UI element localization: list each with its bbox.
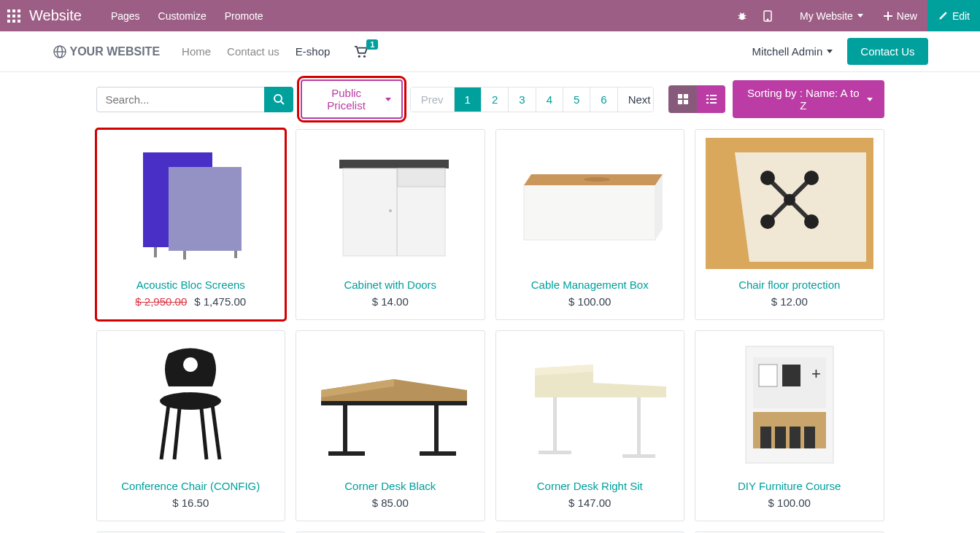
product-image: +	[700, 335, 879, 474]
pager-page-1[interactable]: 1	[455, 87, 482, 112]
product-image	[301, 335, 480, 474]
view-grid-button[interactable]	[668, 85, 697, 113]
pager-prev[interactable]: Prev	[411, 87, 455, 112]
navbar: YOUR WEBSITE Home Contact us E-shop 1 Mi…	[0, 31, 980, 72]
new-button[interactable]: New	[873, 10, 927, 22]
svg-line-14	[740, 12, 741, 14]
svg-rect-36	[710, 102, 717, 104]
svg-point-57	[760, 214, 775, 229]
product-image	[501, 134, 680, 273]
product-title[interactable]: Chair floor protection	[738, 279, 840, 291]
svg-rect-71	[328, 451, 365, 456]
svg-point-58	[804, 214, 819, 229]
product-title[interactable]: Corner Desk Black	[344, 480, 436, 492]
svg-point-60	[183, 357, 198, 372]
search-input[interactable]	[96, 87, 264, 112]
svg-marker-52	[735, 152, 866, 262]
topbar-link-promote[interactable]: Promote	[225, 10, 263, 22]
product-title[interactable]: Conference Chair (CONFIG)	[121, 480, 260, 492]
product-card[interactable]: Cabinet with Doors $ 14.00	[296, 129, 485, 320]
pagination: Prev 1 2 3 4 5 6 Next	[410, 87, 655, 112]
pager-page-3[interactable]: 3	[509, 87, 536, 112]
cart-count-badge: 1	[366, 39, 378, 50]
topbar-link-pages[interactable]: Pages	[111, 10, 140, 22]
svg-rect-3	[7, 15, 10, 17]
svg-line-64	[174, 408, 180, 459]
search-icon	[273, 93, 285, 105]
svg-rect-35	[706, 102, 709, 104]
cart-button[interactable]: 1	[353, 45, 369, 58]
my-website-dropdown[interactable]: My Website	[790, 10, 873, 22]
svg-rect-82	[782, 365, 800, 386]
user-name: Mitchell Admin	[752, 45, 823, 58]
svg-rect-28	[684, 94, 688, 98]
product-card[interactable]: Conference Chair (CONFIG) $ 16.50	[96, 330, 286, 521]
product-card[interactable]: Cable Management Box $ 100.00	[495, 129, 685, 320]
edit-label: Edit	[952, 10, 970, 22]
pager-next[interactable]: Next	[618, 87, 655, 112]
svg-rect-40	[234, 251, 237, 258]
pager-page-6[interactable]: 6	[590, 87, 617, 112]
topbar-link-customize[interactable]: Customize	[158, 10, 207, 22]
product-card[interactable]: Corner Desk Right Sit $ 147.00	[495, 330, 685, 521]
contact-us-button[interactable]: Contact Us	[847, 38, 927, 65]
product-price: $ 16.50	[172, 497, 209, 509]
svg-rect-31	[706, 95, 709, 96]
pencil-icon	[938, 11, 948, 21]
brand-title[interactable]: Website	[29, 7, 82, 24]
view-list-button[interactable]	[697, 85, 725, 113]
product-title[interactable]: Cabinet with Doors	[344, 279, 436, 291]
pager-page-4[interactable]: 4	[536, 87, 563, 112]
svg-rect-86	[775, 427, 786, 448]
svg-line-63	[212, 405, 220, 459]
product-image	[101, 335, 281, 474]
product-card[interactable]: Acoustic Bloc Screens $ 2,950.00 $ 1,475…	[96, 129, 286, 320]
product-image	[301, 134, 480, 273]
svg-line-10	[738, 15, 741, 16]
nav-link-eshop[interactable]: E-shop	[296, 45, 331, 58]
search-button[interactable]	[264, 87, 293, 112]
svg-rect-5	[18, 15, 20, 17]
svg-line-62	[161, 405, 169, 459]
svg-rect-19	[884, 15, 892, 17]
svg-line-11	[744, 15, 746, 16]
site-logo[interactable]: YOUR WEBSITE	[53, 44, 161, 59]
product-title[interactable]: Acoustic Bloc Screens	[136, 279, 245, 291]
price-row: $ 147.00	[568, 497, 611, 509]
pager-page-5[interactable]: 5	[563, 87, 590, 112]
svg-point-17	[767, 19, 768, 20]
svg-rect-47	[524, 185, 655, 240]
product-price: $ 14.00	[372, 295, 409, 308]
sort-dropdown[interactable]: Sorting by : Name: A to Z	[733, 80, 884, 118]
product-card[interactable]: Chair floor protection $ 12.00	[695, 129, 884, 320]
pager-page-2[interactable]: 2	[482, 87, 509, 112]
pricelist-dropdown[interactable]: Public Pricelist	[301, 79, 403, 119]
svg-rect-69	[343, 405, 347, 453]
svg-line-12	[738, 17, 741, 18]
svg-point-46	[389, 209, 392, 212]
mobile-icon[interactable]	[763, 10, 790, 22]
product-card[interactable]: Corner Desk Black $ 85.00	[296, 330, 485, 521]
bug-icon[interactable]	[737, 11, 763, 21]
new-label: New	[897, 10, 917, 22]
product-price: $ 1,475.00	[194, 295, 246, 308]
product-title[interactable]: Cable Management Box	[531, 279, 649, 291]
svg-point-23	[358, 55, 360, 57]
product-title[interactable]: DIY Furniture Course	[738, 480, 841, 492]
svg-rect-81	[759, 365, 777, 386]
grid-icon	[677, 93, 689, 105]
user-dropdown[interactable]: Mitchell Admin	[752, 45, 833, 58]
nav-link-home[interactable]: Home	[182, 45, 211, 58]
product-price: $ 12.00	[771, 295, 808, 308]
svg-rect-7	[12, 20, 15, 23]
product-image	[501, 335, 680, 474]
edit-button[interactable]: Edit	[927, 0, 980, 31]
svg-line-15	[744, 12, 744, 14]
product-card[interactable]: + DIY Furniture Course $ 100.00	[695, 330, 884, 521]
nav-link-contact[interactable]: Contact us	[227, 45, 279, 58]
svg-point-25	[274, 95, 282, 102]
product-title[interactable]: Corner Desk Right Sit	[537, 480, 643, 492]
svg-text:+: +	[811, 365, 821, 383]
apps-icon[interactable]	[7, 9, 22, 23]
svg-point-24	[363, 55, 366, 57]
